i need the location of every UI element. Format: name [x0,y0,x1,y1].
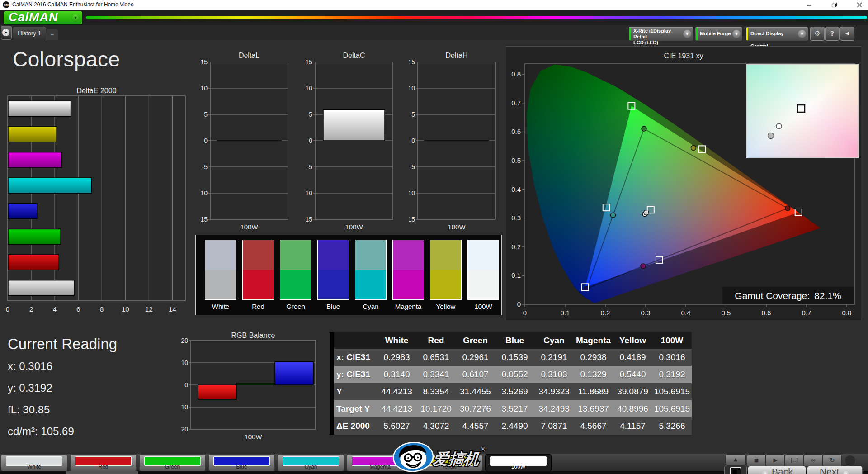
table-cell: 4.5667 [574,417,613,435]
pattern-button-cyan[interactable]: Cyan [278,454,344,471]
svg-text:-5: -5 [410,163,415,171]
swatch-label: Magenta [392,303,424,310]
single-measure-button[interactable]: [‥] [785,454,804,467]
bottom-strip-indicator[interactable] [66,471,138,474]
svg-text:0.6: 0.6 [762,309,771,317]
table-row: x: CIE310.29830.65310.29610.15390.21910.… [334,349,692,366]
table-cell: 0.2191 [534,349,574,366]
close-icon[interactable] [852,0,867,10]
table-header-cell [334,332,377,349]
table-cell: 44.4213 [377,400,416,417]
reading-fl: fL: 30.85 [8,403,117,416]
deltae2000-chart: DeltaE 200002468101214 [0,86,194,314]
table-cell: 0.2961 [456,349,495,366]
display-control-dropdown[interactable]: Direct Display Control ▼ [745,27,808,41]
table-cell: 10.1720 [416,400,456,417]
rgb-balance-bar-red [198,385,236,399]
swatch-column-red: Red [242,240,274,310]
page-title: Colorspace [13,47,120,71]
table-cell: 0.3140 [377,366,416,383]
play-icon: ▶ [773,457,777,463]
table-cell: 13.6937 [574,400,613,417]
table-cell: 40.8996 [613,400,652,417]
svg-text:-20: -20 [181,426,188,433]
measured-point-100w [644,210,649,215]
svg-text:2: 2 [29,305,33,313]
swatch-label: Green [280,303,311,310]
table-cell: 39.0879 [613,383,652,400]
source-dropdown[interactable]: Mobile Forge ▼ [695,27,743,41]
swatch-label: White [205,303,236,310]
bracket-dots-icon: [‥] [791,457,798,463]
deltac-chart: DeltaC151050-5-10-15100W [306,51,402,232]
deltae-bar-green [8,229,61,244]
play-button[interactable]: ▶ [766,454,785,467]
pattern-button-magenta[interactable]: Magenta [347,454,413,471]
calman-menu-button[interactable]: CalMAN ▼ [4,11,82,24]
table-cell: 34.9323 [534,383,574,400]
actual-swatch [280,240,311,270]
pattern-button-blue[interactable]: Blue [208,454,275,471]
actual-swatch [468,240,499,270]
collapse-panel-button[interactable]: ◀ [840,27,854,41]
table-cell: 4.4557 [456,417,495,435]
table-header-cell: White [377,332,416,349]
pattern-label: Magenta [347,464,413,470]
calman-logo-text: CalMAN [9,10,58,24]
pattern-button-green[interactable]: Green [139,454,206,471]
tab-history-1[interactable]: History 1 [13,27,46,40]
scroll-up-button[interactable]: ▲ [725,454,746,465]
swatch-label: Red [242,303,274,310]
delta-bar [323,110,385,141]
pattern-window-button[interactable] [724,465,747,474]
table-row-label: ΔE 2000 [334,417,377,435]
deltah-chart: DeltaH151050-5-10-15100W [409,51,505,232]
help-button[interactable]: ? [825,27,840,41]
stop-button[interactable]: ■ [747,454,766,467]
target-swatch [468,270,499,300]
swatch-column-blue: Blue [317,240,349,310]
deltae-bar-red [8,255,59,270]
deltae-bar-white [8,280,74,296]
swatch-column-magenta: Magenta [392,240,424,310]
table-row: Y44.42138.335431.44553.526934.932311.868… [334,383,692,400]
table-header-cell: Red [416,332,456,349]
table-cell: 0.2983 [377,349,416,366]
table-cell: 31.4455 [456,383,495,400]
settings-button[interactable]: ⚙ [810,27,825,41]
meter-line2: LCD (LED) [633,40,658,45]
svg-text:100W: 100W [448,223,466,231]
add-tab-button[interactable]: + [46,29,58,40]
table-cell: 5.6027 [377,417,416,435]
pattern-button-red[interactable]: Red [70,454,137,471]
svg-text:-5: -5 [307,163,313,171]
swatch-label: 100W [467,303,499,310]
window-titlebar: CM CalMAN 2016 CalMAN Enthusiast for Hom… [0,0,868,10]
svg-text:5: 5 [204,111,208,118]
measured-point-yellow [691,146,696,151]
target-swatch [243,270,274,300]
whitepoint-inset [746,65,858,158]
table-cell: 44.4213 [377,383,416,400]
table-cell: 0.6107 [456,366,495,383]
cie-chart-title: CIE 1931 xy [664,52,703,60]
pattern-label: Green [140,464,205,470]
logo-bar: CalMAN ▼ [0,10,868,25]
meter-dropdown[interactable]: X-Rite i1Display Retail LCD (LED) ▼ [628,27,693,41]
restore-button[interactable] [826,0,842,10]
gamut-coverage-label: Gamut Coverage:82.1% [735,290,841,301]
next-button[interactable]: Next » [807,466,863,474]
svg-text:0: 0 [309,137,312,144]
pattern-button-white[interactable]: White [1,454,67,471]
reading-x: x: 0.3016 [8,360,117,373]
refresh-button[interactable]: ↻ [823,454,842,467]
continuous-measure-button[interactable]: ∞ [804,454,823,467]
minimize-button[interactable] [802,0,817,10]
pattern-button-100w[interactable]: 100W [485,454,552,471]
status-stripe-green [629,28,631,40]
target-swatch [430,270,461,300]
inset-measured-white-dot [776,123,782,129]
pattern-button-yellow[interactable]: Yellow [416,454,482,471]
tab-scroll-button[interactable]: ▶ [1,26,12,40]
svg-text:-15: -15 [306,216,312,223]
